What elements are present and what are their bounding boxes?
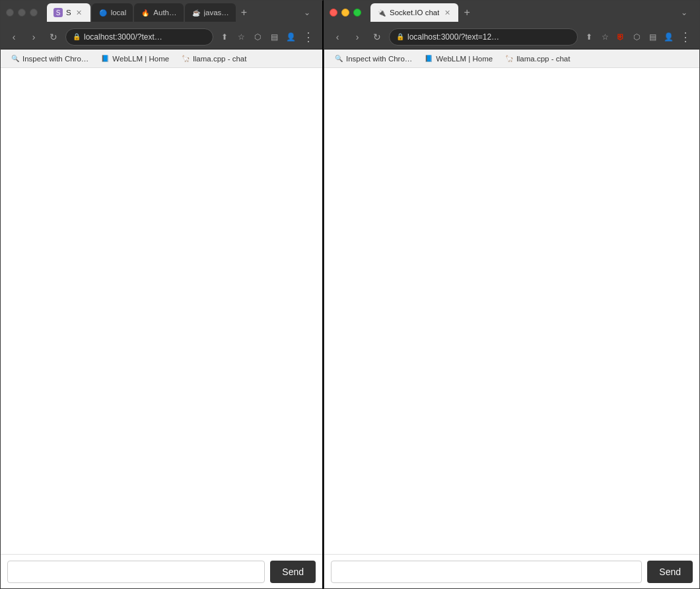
left-url-actions: ⬆ ☆ ⬡ ▤ 👤 ⋮ (217, 30, 317, 44)
left-tab-s-close[interactable]: ✕ (75, 8, 84, 17)
left-page-content: Send (1, 68, 322, 588)
left-menu-button[interactable]: ⋮ (300, 30, 317, 44)
left-send-button[interactable]: Send (270, 561, 316, 583)
right-url-text: localhost:3000/?text=12… (407, 32, 571, 42)
left-extensions-button[interactable]: ⬡ (250, 30, 265, 44)
left-url-lock-icon: 🔒 (73, 33, 81, 40)
left-browser-window: S S ✕ 🔵 local 🔥 Auth… ☕ javas… + ⌄ ‹ › ↻ (0, 0, 324, 589)
right-url-lock-icon: 🔒 (396, 33, 404, 40)
left-bookmark-webllm-label: WebLLM | Home (112, 55, 169, 63)
left-tab-auth[interactable]: 🔥 Auth… (134, 3, 183, 22)
right-maximize-button[interactable] (353, 9, 361, 17)
left-chat-input[interactable] (7, 561, 265, 583)
right-reload-button[interactable]: ↻ (369, 29, 385, 45)
left-tab-s-label: S (66, 9, 71, 17)
right-sidebar-button[interactable]: ▤ (645, 30, 660, 44)
right-bookmark-webllm-favicon: 📘 (424, 54, 433, 63)
left-tab-overflow-button[interactable]: ⌄ (300, 3, 314, 22)
right-title-bar: 🔌 Socket.IO chat ✕ + ⌄ (324, 1, 699, 24)
left-tab-s-favicon: S (53, 8, 63, 17)
left-profile-button[interactable]: 👤 (283, 30, 298, 44)
left-tab-java-favicon: ☕ (192, 8, 201, 17)
left-bookmark-inspect-favicon: 🔍 (11, 54, 20, 63)
right-forward-button[interactable]: › (349, 29, 365, 45)
right-tab-overflow-button[interactable]: ⌄ (677, 3, 691, 22)
left-close-button[interactable] (6, 9, 14, 17)
right-bookmark-inspect-favicon: 🔍 (334, 54, 343, 63)
right-minimize-button[interactable] (341, 9, 349, 17)
left-forward-button[interactable]: › (26, 29, 42, 45)
left-bookmark-button[interactable]: ☆ (234, 30, 248, 44)
right-traffic-lights (330, 9, 361, 17)
right-chat-input[interactable] (331, 561, 642, 583)
right-page-content: Send (324, 68, 699, 588)
left-tab-local-favicon: 🔵 (98, 8, 108, 17)
right-address-bar: ‹ › ↻ 🔒 localhost:3000/?text=12… ⬆ ☆ ⛨ ⬡… (324, 24, 699, 50)
left-chat-messages (1, 68, 322, 554)
right-chat-input-area: Send (324, 554, 699, 588)
left-reload-button[interactable]: ↻ (46, 29, 61, 45)
right-bookmark-inspect[interactable]: 🔍 Inspect with Chro… (331, 53, 415, 65)
left-sidebar-button[interactable]: ▤ (267, 30, 281, 44)
left-tab-java[interactable]: ☕ javas… (185, 3, 236, 22)
left-bookmark-webllm[interactable]: 📘 WebLLM | Home (97, 53, 172, 65)
right-bookmark-llama-favicon: 🦙 (505, 54, 514, 63)
left-bookmark-llama-favicon: 🦙 (181, 54, 190, 63)
right-tab-socketio[interactable]: 🔌 Socket.IO chat ✕ (370, 3, 458, 22)
right-add-tab-button[interactable]: + (460, 3, 473, 22)
left-share-button[interactable]: ⬆ (217, 30, 232, 44)
left-address-bar: ‹ › ↻ 🔒 localhost:3000/?text… ⬆ ☆ ⬡ ▤ 👤 … (1, 24, 322, 50)
left-bookmark-inspect[interactable]: 🔍 Inspect with Chro… (7, 53, 92, 65)
right-bookmark-llama-label: llama.cpp - chat (516, 55, 570, 63)
left-url-bar[interactable]: 🔒 localhost:3000/?text… (65, 28, 213, 46)
left-url-text: localhost:3000/?text… (84, 32, 206, 42)
left-tab-local[interactable]: 🔵 local (92, 3, 133, 22)
right-bookmark-inspect-label: Inspect with Chro… (346, 55, 412, 63)
left-tab-java-label: javas… (204, 9, 229, 17)
left-minimize-button[interactable] (18, 9, 26, 17)
right-bookmark-llama[interactable]: 🦙 llama.cpp - chat (501, 53, 573, 65)
left-traffic-lights (6, 9, 38, 17)
left-bookmark-inspect-label: Inspect with Chro… (22, 55, 88, 63)
left-title-bar: S S ✕ 🔵 local 🔥 Auth… ☕ javas… + ⌄ (1, 1, 322, 24)
right-url-bar[interactable]: 🔒 localhost:3000/?text=12… (389, 28, 578, 46)
left-bookmark-webllm-favicon: 📘 (100, 54, 110, 63)
left-add-tab-button[interactable]: + (237, 3, 251, 22)
right-back-button[interactable]: ‹ (330, 29, 345, 45)
left-maximize-button[interactable] (30, 9, 38, 17)
right-url-actions: ⬆ ☆ ⛨ ⬡ ▤ 👤 ⋮ (582, 30, 694, 44)
right-tab-socketio-close[interactable]: ✕ (442, 8, 452, 17)
left-tab-auth-favicon: 🔥 (141, 8, 150, 17)
left-bookmark-llama[interactable]: 🦙 llama.cpp - chat (178, 53, 250, 65)
right-tab-socketio-favicon: 🔌 (377, 8, 386, 17)
right-extensions-button[interactable]: ⬡ (629, 30, 644, 44)
right-chat-messages (324, 68, 699, 554)
right-send-button[interactable]: Send (647, 561, 693, 583)
right-tab-socketio-label: Socket.IO chat (390, 9, 439, 17)
left-tab-s[interactable]: S S ✕ (47, 3, 90, 22)
right-bookmarks-bar: 🔍 Inspect with Chro… 📘 WebLLM | Home 🦙 l… (324, 50, 699, 68)
right-tab-bar: 🔌 Socket.IO chat ✕ + ⌄ (368, 1, 694, 24)
right-profile-button[interactable]: 👤 (661, 30, 676, 44)
left-tab-bar: S S ✕ 🔵 local 🔥 Auth… ☕ javas… + ⌄ (44, 1, 317, 24)
left-bookmarks-bar: 🔍 Inspect with Chro… 📘 WebLLM | Home 🦙 l… (1, 50, 322, 68)
right-browser-window: 🔌 Socket.IO chat ✕ + ⌄ ‹ › ↻ 🔒 localhost… (324, 0, 700, 589)
left-chat-input-area: Send (1, 554, 322, 588)
right-close-button[interactable] (330, 9, 337, 17)
left-tab-local-label: local (111, 9, 127, 17)
left-back-button[interactable]: ‹ (6, 29, 22, 45)
right-menu-button[interactable]: ⋮ (677, 30, 694, 44)
right-bookmark-webllm[interactable]: 📘 WebLLM | Home (421, 53, 496, 65)
left-tab-auth-label: Auth… (153, 9, 176, 17)
right-bookmark-webllm-label: WebLLM | Home (436, 55, 493, 63)
right-bookmark-button[interactable]: ☆ (598, 30, 612, 44)
right-share-button[interactable]: ⬆ (582, 30, 596, 44)
left-bookmark-llama-label: llama.cpp - chat (193, 55, 246, 63)
right-ublock-button[interactable]: ⛨ (613, 30, 628, 44)
